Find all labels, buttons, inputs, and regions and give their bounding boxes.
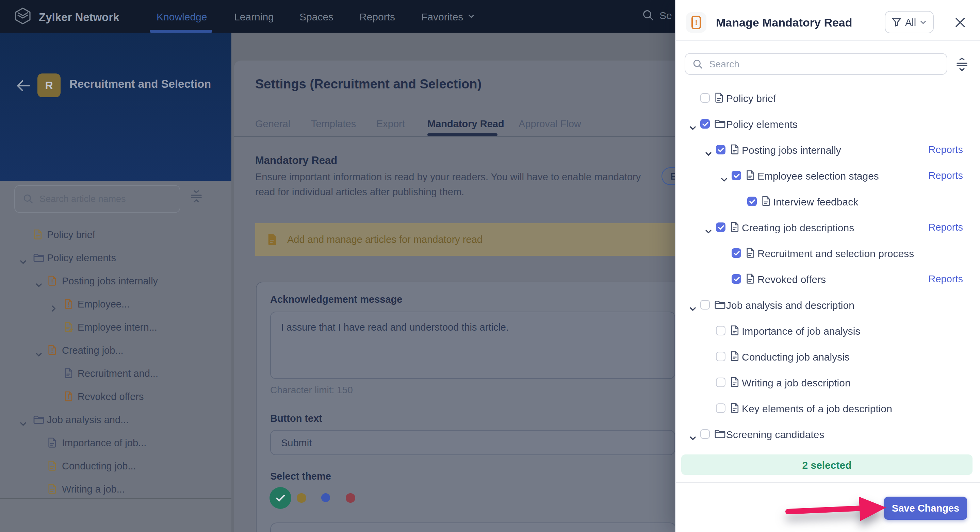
checkbox-checked[interactable] (732, 274, 741, 284)
panel-tree-item[interactable]: Screening candidates (675, 424, 980, 444)
tree-item-label: Key elements of a job description (742, 403, 892, 414)
check-icon (733, 251, 740, 256)
sidebar-tree-item[interactable]: Writing a job... (0, 479, 231, 499)
theme-swatch-green-selected[interactable] (269, 487, 291, 509)
partial-bottom-box (270, 522, 676, 532)
select-theme-label: Select theme (270, 471, 331, 482)
checkbox-unchecked[interactable] (700, 429, 710, 439)
tree-item-label: Recruitment and selection process (757, 248, 914, 259)
doc-icon (730, 377, 739, 387)
chevron-down-icon[interactable] (689, 431, 696, 443)
tree-item-label: Policy elements (726, 118, 798, 130)
panel-tree-item[interactable]: Posting jobs internallyReports (675, 140, 980, 160)
tree-item-label: Posting jobs internally (742, 144, 841, 156)
sidebar-tree-item[interactable]: Conducting job... (0, 456, 231, 476)
checkbox-unchecked[interactable] (716, 403, 725, 413)
panel-tree-item[interactable]: Interview feedback (675, 191, 980, 211)
doc-icon (730, 325, 739, 335)
chevron-down-icon (689, 436, 696, 441)
folder-icon (714, 429, 725, 441)
tree-item-label: Screening candidates (726, 429, 824, 440)
document-icon (48, 484, 56, 497)
panel-tree-item[interactable]: Conducting job analysis (675, 346, 980, 367)
tree-item-label: Importance of job analysis (742, 325, 861, 337)
chevron-down-icon (689, 126, 696, 130)
panel-tree-item[interactable]: Key elements of a job description (675, 398, 980, 418)
panel-tree-item[interactable]: Job analysis and description (675, 295, 980, 315)
doc-icon (730, 222, 739, 232)
panel-tree-item[interactable]: Importance of job analysis (675, 321, 980, 341)
panel-tree-item[interactable]: Writing a job description (675, 372, 980, 392)
panel-tree-item[interactable]: Revoked offersReports (675, 269, 980, 289)
checkbox-checked[interactable] (732, 171, 741, 180)
theme-swatch-gold[interactable] (297, 493, 306, 503)
tree-item-label: Creating job descriptions (742, 222, 854, 233)
check-icon (718, 147, 724, 152)
folder-icon (714, 300, 725, 309)
checkbox-checked[interactable] (732, 248, 741, 258)
doc-icon (48, 461, 56, 471)
check-icon (749, 199, 755, 204)
document-icon (730, 351, 739, 364)
chevron-down-icon[interactable] (689, 121, 696, 133)
panel-tree-item[interactable]: Creating job descriptionsReports (675, 217, 980, 237)
checkbox-unchecked[interactable] (700, 93, 710, 103)
folder-icon (714, 429, 725, 438)
checkbox-unchecked[interactable] (716, 352, 725, 361)
chevron-down-icon[interactable] (705, 147, 712, 159)
chevron-down-icon[interactable] (689, 302, 696, 314)
doc-icon (746, 248, 755, 258)
tree-item-label: Writing a job... (62, 484, 125, 495)
document-icon (730, 377, 739, 390)
checkbox-checked[interactable] (716, 222, 725, 232)
document-icon (730, 325, 739, 338)
reports-link[interactable]: Reports (928, 144, 963, 155)
document-icon (714, 92, 724, 105)
tree-item-label: Job analysis and description (726, 299, 854, 311)
chevron-down-icon[interactable] (705, 224, 712, 237)
reports-link[interactable]: Reports (928, 170, 963, 181)
doc-icon (714, 92, 724, 103)
checkbox-unchecked[interactable] (700, 300, 710, 310)
document-icon (762, 196, 770, 209)
checkbox-unchecked[interactable] (716, 378, 725, 387)
annotation-arrow (783, 491, 898, 527)
check-icon (702, 121, 708, 126)
panel-tree-item[interactable]: Policy elements (675, 114, 980, 134)
doc-icon (730, 144, 739, 154)
checkbox-checked[interactable] (747, 197, 757, 206)
reports-link[interactable]: Reports (928, 222, 963, 233)
selected-count-badge: 2 selected (681, 454, 972, 475)
panel-tree-item[interactable]: Recruitment and selection process (675, 243, 980, 263)
chevron-down-icon (705, 152, 712, 156)
chevron-down-icon[interactable] (721, 173, 727, 185)
document-icon (48, 461, 56, 473)
panel-tree-item[interactable]: Employee selection stagesReports (675, 165, 980, 186)
theme-swatch-blue[interactable] (321, 493, 330, 502)
panel-tree-item[interactable]: Policy brief (675, 88, 980, 108)
panel-article-tree: Policy briefPolicy elementsPosting jobs … (0, 0, 980, 449)
doc-icon (746, 273, 755, 284)
tree-item-label: Employee selection stages (757, 170, 879, 182)
document-icon (746, 248, 755, 260)
panel-footer-divider (676, 482, 980, 483)
tree-item-label: Interview feedback (773, 196, 858, 208)
doc-icon (48, 484, 56, 494)
tree-item-label: Revoked offers (757, 273, 826, 285)
folder-icon (714, 299, 725, 311)
checkbox-unchecked[interactable] (716, 326, 725, 335)
document-icon (730, 144, 739, 157)
check-icon (275, 494, 285, 502)
checkbox-checked[interactable] (716, 145, 725, 154)
checkbox-checked[interactable] (700, 119, 710, 129)
theme-swatch-red[interactable] (346, 493, 355, 503)
folder-icon (714, 118, 725, 130)
document-icon (730, 222, 739, 235)
folder-icon (714, 119, 725, 128)
tree-item-label: Writing a job description (742, 377, 851, 389)
chevron-down-icon (705, 229, 712, 234)
check-icon (733, 173, 740, 178)
document-icon (730, 403, 739, 416)
reports-link[interactable]: Reports (928, 273, 963, 284)
screenshot-stage: Zylker Network Knowledge Learning Spaces… (0, 0, 980, 532)
